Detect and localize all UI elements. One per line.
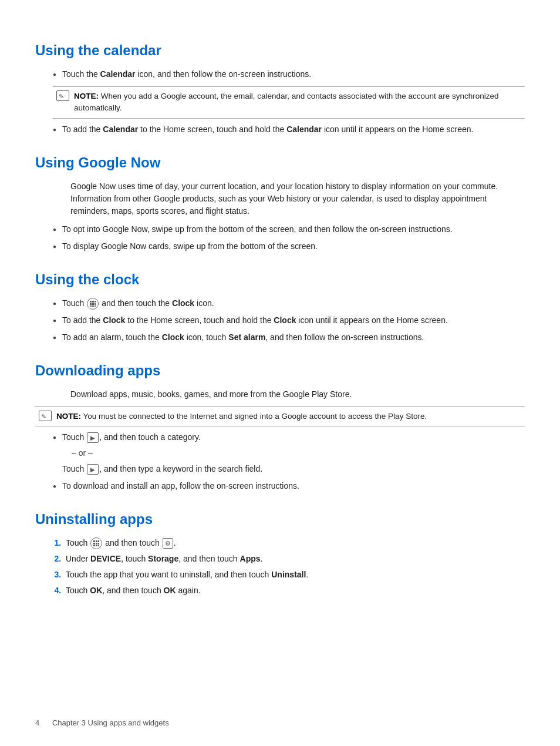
svg-rect-2 [95, 301, 96, 303]
clock-bold-2: Clock [103, 315, 125, 325]
svg-rect-1 [92, 301, 94, 303]
settings-gear-icon [163, 538, 173, 549]
list-item: To display Google Now cards, swipe up fr… [53, 240, 525, 253]
svg-rect-9 [93, 540, 95, 542]
footer-chapter: Chapter 3 Using apps and widgets [52, 718, 169, 727]
downloading-bullets: Touch , and then touch a category. – or … [35, 431, 525, 492]
grid-svg [89, 300, 96, 307]
footer-page-num: 4 [35, 718, 39, 727]
list-item: Touch and then touch the Clock icon. [53, 297, 525, 310]
svg-rect-17 [98, 545, 99, 546]
device-bold: DEVICE [90, 554, 121, 563]
footer: 4 Chapter 3 Using apps and widgets [35, 717, 169, 729]
sub-text: Touch , and then type a keyword in the s… [62, 463, 525, 475]
svg-rect-5 [95, 303, 96, 305]
clock-bold-3: Clock [274, 315, 296, 325]
section-title-calendar: Using the calendar [35, 40, 525, 61]
clock-bullets: Touch and then touch the Clock icon. To … [35, 297, 525, 344]
ok-bold-1: OK [90, 586, 102, 595]
svg-rect-16 [96, 545, 97, 546]
list-item: Touch the app that you want to uninstall… [63, 569, 525, 581]
calendar-bold: Calendar [100, 69, 136, 79]
note-text-2: You must be connected to the Internet an… [83, 412, 427, 421]
svg-rect-14 [98, 543, 99, 545]
storage-bold: Storage [148, 554, 178, 563]
svg-rect-7 [92, 305, 94, 307]
list-item: To download and install an app, follow t… [53, 480, 525, 492]
svg-rect-8 [95, 305, 96, 307]
section-title-downloading: Downloading apps [35, 360, 525, 381]
calendar-note: NOTE: When you add a Google account, the… [53, 86, 525, 119]
calendar-bullets-2: To add the Calendar to the Home screen, … [35, 123, 525, 136]
list-item: Under DEVICE, touch Storage, and then to… [63, 553, 525, 565]
grid-icon-2 [90, 537, 102, 549]
clock-bold: Clock [172, 298, 194, 308]
list-item: Touch the Calendar icon, and then follow… [53, 68, 525, 80]
svg-rect-6 [90, 305, 92, 307]
svg-rect-3 [90, 303, 92, 305]
uninstalling-steps: Touch and then touch . Under DEVICE, tou… [35, 537, 525, 597]
play-store-icon-2 [87, 464, 99, 475]
svg-rect-0 [90, 301, 92, 303]
grid-svg-2 [93, 540, 100, 547]
svg-rect-15 [93, 545, 95, 546]
play-store-icon [87, 432, 99, 443]
google-now-para: Google Now uses time of day, your curren… [35, 180, 525, 217]
svg-rect-11 [98, 540, 99, 542]
svg-rect-13 [96, 543, 97, 545]
downloading-note: NOTE: You must be connected to the Inter… [35, 406, 525, 426]
list-item: To opt into Google Now, swipe up from th… [53, 223, 525, 236]
note-icon [56, 90, 69, 101]
apps-bold: Apps [240, 554, 261, 563]
clock-bold-4: Clock [162, 332, 184, 342]
calendar-bold-2: Calendar [103, 125, 138, 134]
svg-rect-4 [92, 303, 94, 305]
list-item: Touch and then touch . [63, 537, 525, 549]
list-item: Touch OK, and then touch OK again. [63, 584, 525, 597]
ok-bold-2: OK [164, 586, 176, 595]
note-icon-2 [39, 411, 52, 421]
list-item: To add the Clock to the Home screen, tou… [53, 314, 525, 327]
calendar-bullets: Touch the Calendar icon, and then follow… [35, 68, 525, 80]
calendar-bold-3: Calendar [286, 125, 322, 134]
section-title-clock: Using the clock [35, 269, 525, 290]
svg-rect-12 [93, 543, 95, 545]
list-item: Touch , and then touch a category. – or … [53, 431, 525, 475]
uninstall-bold: Uninstall [271, 570, 306, 579]
section-title-uninstalling: Uninstalling apps [35, 509, 525, 530]
list-item: To add the Calendar to the Home screen, … [53, 123, 525, 136]
google-now-bullets: To opt into Google Now, swipe up from th… [35, 223, 525, 253]
grid-icon [87, 298, 99, 310]
clock-bold-5: Set alarm [228, 332, 265, 342]
downloading-para: Download apps, music, books, games, and … [35, 388, 525, 401]
or-separator: – or – [62, 447, 525, 459]
section-title-google-now: Using Google Now [35, 152, 525, 173]
svg-rect-10 [96, 540, 97, 542]
note-text: When you add a Google account, the email… [74, 92, 498, 112]
list-item: To add an alarm, touch the Clock icon, t… [53, 331, 525, 344]
note-label: NOTE: [74, 92, 99, 100]
note-label-2: NOTE: [56, 412, 81, 421]
